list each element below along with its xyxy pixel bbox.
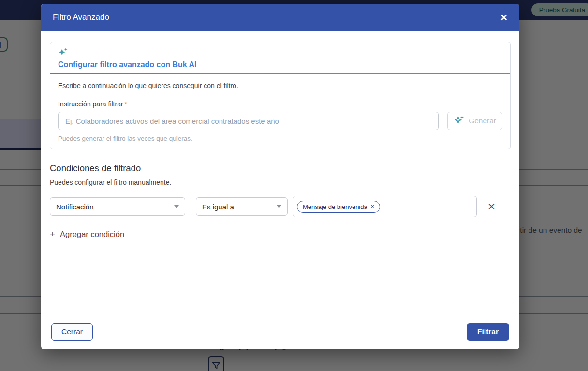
- generate-button-label: Generar: [469, 117, 496, 125]
- required-marker: *: [125, 100, 127, 108]
- ai-card-title: Configurar filtro avanzado con Buk AI: [58, 60, 502, 69]
- close-icon[interactable]: ✕: [500, 13, 508, 22]
- sparkle-icon: [58, 51, 69, 59]
- chip-remove-icon[interactable]: ×: [371, 203, 374, 210]
- operator-select-value: Es igual a: [202, 203, 234, 211]
- instruction-label-text: Instrucción para filtrar: [58, 100, 123, 108]
- value-chip: Mensaje de bienvenida ×: [297, 201, 380, 213]
- operator-select[interactable]: Es igual a: [196, 197, 288, 216]
- filter-button[interactable]: Filtrar: [467, 323, 509, 341]
- plus-icon: +: [50, 229, 55, 239]
- modal-header: Filtro Avanzado ✕: [41, 4, 519, 31]
- spacer: [50, 239, 511, 323]
- generate-helper-text: Puedes generar el filtro las veces que q…: [58, 135, 502, 142]
- ai-card-body: Escribe a continuación lo que quieres co…: [50, 74, 510, 149]
- instruction-input[interactable]: [58, 112, 439, 130]
- add-condition-button[interactable]: + Agregar condición: [50, 229, 511, 239]
- values-tag-input[interactable]: Mensaje de bienvenida ×: [293, 196, 477, 217]
- instruction-label: Instrucción para filtrar*: [58, 100, 502, 108]
- generate-button[interactable]: Generar: [447, 112, 502, 130]
- conditions-subtitle: Puedes configurar el filtro manualmente.: [50, 178, 511, 186]
- buk-ai-card: Configurar filtro avanzado con Buk AI Es…: [50, 42, 511, 149]
- advanced-filter-modal: Filtro Avanzado ✕ Config: [41, 4, 519, 349]
- modal-body: Configurar filtro avanzado con Buk AI Es…: [41, 31, 519, 349]
- sparkle-outline-icon: [454, 114, 465, 128]
- chevron-down-icon: [174, 205, 179, 208]
- close-button[interactable]: Cerrar: [51, 323, 93, 341]
- instruction-input-row: Generar: [58, 112, 502, 130]
- condition-remove-icon[interactable]: ✕: [487, 202, 496, 211]
- value-chip-label: Mensaje de bienvenida: [303, 203, 368, 210]
- chevron-down-icon: [277, 205, 281, 208]
- condition-row: Notificación Es igual a Mensaje de bienv…: [50, 196, 511, 217]
- field-select[interactable]: Notificación: [50, 197, 185, 216]
- conditions-title: Condiciones de filtrado: [50, 163, 511, 174]
- field-select-value: Notificación: [56, 203, 94, 211]
- add-condition-label: Agregar condición: [60, 230, 124, 239]
- buk-ai-card-header: Configurar filtro avanzado con Buk AI: [50, 42, 510, 73]
- modal-footer: Cerrar Filtrar: [50, 323, 511, 341]
- modal-title: Filtro Avanzado: [53, 13, 109, 22]
- ai-card-description: Escribe a continuación lo que quieres co…: [58, 82, 502, 89]
